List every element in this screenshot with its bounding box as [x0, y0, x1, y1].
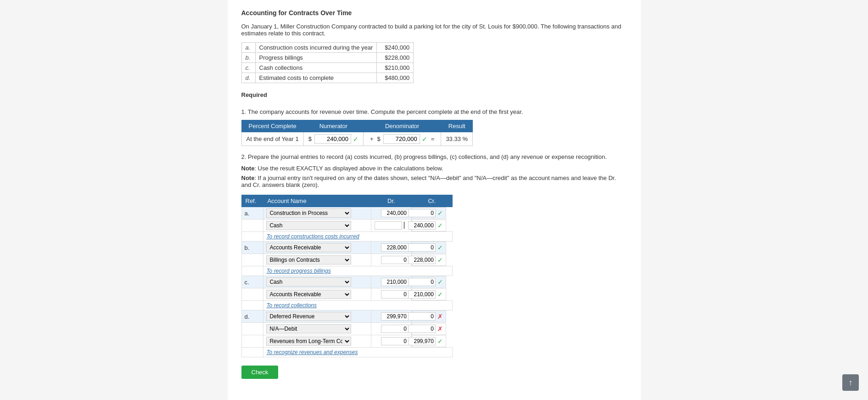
journal-cr-cell: ✗ [412, 323, 446, 335]
journal-row: d. Deferred Revenue ✗ [241, 310, 452, 323]
question1-text: 1. The company accounts for revenue over… [241, 108, 627, 115]
account-select[interactable]: Revenues from Long-Term Contracts [266, 337, 351, 346]
journal-account-cell: Billings on Contracts [263, 254, 371, 266]
journal-account-cell: Cash [263, 220, 371, 232]
denominator-input[interactable] [383, 134, 420, 144]
col-result: Result [441, 120, 473, 132]
note-link[interactable]: To record progress billings [266, 268, 330, 274]
cr-input[interactable] [408, 325, 436, 333]
scroll-top-icon: ↑ [849, 378, 853, 388]
cr-check-icon: ✓ [437, 209, 443, 217]
journal-dr-cell: ▏ [371, 220, 411, 232]
journal-account-cell: Accounts Receivable [263, 288, 371, 301]
account-select[interactable]: Cash [266, 221, 351, 230]
dr-input[interactable] [381, 209, 409, 217]
check-button[interactable]: Check [241, 366, 279, 379]
cr-input[interactable] [408, 243, 436, 252]
result-cell: 33.33 % [441, 132, 473, 146]
journal-dr-cell [371, 335, 411, 348]
account-select[interactable]: Construction in Process [266, 208, 351, 218]
note-link[interactable]: To recognize revenues and expenses [266, 349, 358, 355]
dr-input[interactable] [381, 325, 409, 333]
transaction-row: d.Estimated costs to complete$480,000 [241, 73, 414, 83]
note2: Note: If a journal entry isn't required … [241, 175, 627, 188]
col-numerator: Numerator [303, 120, 363, 132]
account-select[interactable]: Accounts Receivable [266, 243, 351, 252]
year-end-label: At the end of Year 1 [241, 132, 303, 146]
cr-x-icon: ✗ [437, 325, 443, 332]
note-link[interactable]: To record collections [266, 302, 317, 309]
dr-input[interactable] [381, 337, 409, 345]
journal-ref: d. [241, 310, 263, 323]
ref-empty [241, 301, 263, 310]
cr-check-icon: ✓ [437, 291, 443, 298]
journal-row: To record progress billings [241, 266, 452, 276]
cr-input[interactable] [408, 278, 436, 286]
cr-input[interactable] [408, 337, 436, 345]
cr-input[interactable] [408, 221, 436, 230]
journal-cr-cell: ✗ [412, 310, 446, 322]
page-container: Accounting for Contracts Over Time On Ja… [228, 0, 641, 400]
dr-input[interactable] [381, 243, 409, 252]
tx-amount: $228,000 [377, 53, 414, 63]
journal-ref [241, 288, 263, 301]
dr-input[interactable] [381, 278, 409, 286]
journal-ref [241, 254, 263, 266]
journal-account-cell: Cash [263, 276, 371, 288]
cr-input[interactable] [408, 312, 436, 321]
cr-check-icon: ✓ [437, 338, 443, 345]
ref-empty [241, 232, 263, 242]
journal-cr-cell: ✓ [412, 207, 446, 219]
denominator-check: ✓ [422, 135, 427, 143]
journal-ref [241, 335, 263, 348]
ref-empty [241, 348, 263, 357]
journal-row: N/A—Debit ✗ [241, 323, 452, 335]
required-label: Required [241, 91, 627, 98]
account-select[interactable]: Cash [266, 277, 351, 287]
note1-bold: Note [241, 165, 255, 172]
numerator-input[interactable] [314, 134, 351, 144]
cr-input[interactable] [408, 290, 436, 299]
journal-header-dr: Dr. [371, 195, 411, 207]
account-select[interactable]: Billings on Contracts [266, 255, 351, 265]
journal-dr-cell [371, 207, 411, 220]
cr-input[interactable] [408, 256, 436, 264]
note-link[interactable]: To record constructions costs incurred [266, 233, 359, 240]
journal-account-cell: Deferred Revenue [263, 310, 371, 323]
dr-input[interactable] [375, 221, 402, 230]
tx-label: c. [241, 63, 255, 73]
dr-input[interactable] [381, 256, 409, 264]
journal-row: Cash ▏ ✓ [241, 220, 452, 232]
cr-check-icon: ✓ [437, 256, 443, 264]
dr-input[interactable] [381, 290, 409, 299]
journal-dr-cell [371, 288, 411, 301]
journal-cr-cell: ✓ [412, 335, 446, 347]
journal-account-cell: N/A—Debit [263, 323, 371, 335]
journal-note: To record collections [263, 301, 452, 310]
journal-ref: b. [241, 242, 263, 254]
cr-input[interactable] [408, 209, 436, 217]
scroll-top-button[interactable]: ↑ [842, 374, 859, 391]
journal-dr-cell [371, 242, 411, 254]
account-select[interactable]: Deferred Revenue [266, 312, 351, 321]
question2-text: 2. Prepare the journal entries to record… [241, 153, 627, 160]
journal-cr-cell: ✓ [412, 220, 446, 231]
journal-note: To record progress billings [263, 266, 452, 276]
cr-check-icon: ✓ [437, 278, 443, 286]
journal-header-cr: Cr. [411, 195, 452, 207]
dr-input[interactable] [381, 312, 409, 321]
account-select[interactable]: N/A—Debit [266, 324, 351, 333]
cr-check-icon: ✓ [437, 222, 443, 229]
op2: = [431, 135, 435, 142]
account-select[interactable]: Accounts Receivable [266, 290, 351, 299]
journal-header-ref: Ref. [241, 195, 263, 207]
journal-cr-cell: ✓ [412, 276, 446, 288]
journal-dr-cell [371, 254, 411, 266]
intro-text: On January 1, Miller Construction Compan… [241, 23, 627, 37]
journal-header-account: Account Name [263, 195, 371, 207]
note2-content: : If a journal entry isn't required on a… [241, 175, 616, 188]
page-title: Accounting for Contracts Over Time [241, 9, 627, 17]
journal-ref: a. [241, 207, 263, 220]
note2-bold: Note [241, 175, 255, 181]
journal-row: c. Cash ✓ [241, 276, 452, 288]
